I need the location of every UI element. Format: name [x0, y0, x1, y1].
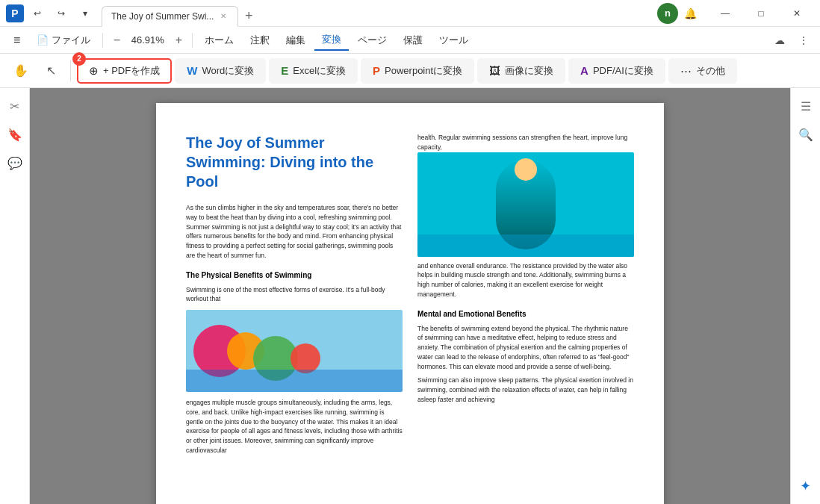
hamburger-menu[interactable]: ≡	[6, 31, 28, 50]
section1-cont: engages multiple muscle groups simultane…	[186, 398, 403, 455]
thumbnail-icon[interactable]: ✂	[3, 94, 27, 118]
image-convert-button[interactable]: 🖼 画像に変換	[477, 58, 565, 84]
convert-toolbar: 2 ⊕ + PDFを作成 W Wordに変換 E Excelに変換 P Powe…	[77, 58, 813, 84]
menu-edit[interactable]: 編集	[279, 31, 313, 50]
menu-convert[interactable]: 変換	[314, 30, 349, 51]
menu-home[interactable]: ホーム	[197, 31, 241, 50]
section1-title: The Physical Benefits of Swimming	[186, 270, 403, 281]
menu-separator-1	[102, 33, 103, 48]
maximize-button[interactable]: □	[744, 0, 778, 27]
comment-icon[interactable]: 💬	[3, 151, 27, 175]
pdf-ai-convert-button[interactable]: A PDF/AIに変換	[568, 58, 665, 84]
toolbar-separator	[70, 60, 71, 81]
hand-tool-button[interactable]: ✋	[7, 57, 34, 84]
pdf-left-column: The Joy of Summer Swimming: Diving into …	[186, 133, 403, 455]
other-convert-label: その他	[696, 64, 725, 78]
menu-bar: ≡ 📄 ファイル − 46.91% + ホーム 注釈 編集 変換 ページ 保護 …	[0, 27, 820, 54]
pdf-ai-convert-label: PDF/AIに変換	[593, 64, 653, 78]
more-options-icon[interactable]: ⋮	[793, 30, 814, 51]
search-icon[interactable]: 🔍	[794, 122, 818, 146]
zoom-value: 46.91%	[127, 34, 168, 46]
select-tool-button[interactable]: ↖	[37, 57, 64, 84]
dropdown-button[interactable]: ▾	[75, 5, 96, 22]
window-controls: — □ ✕	[708, 0, 814, 27]
create-pdf-icon: ⊕	[89, 64, 99, 78]
other-icon: ⋯	[680, 64, 692, 78]
properties-icon[interactable]: ☰	[794, 94, 818, 118]
swimmer-image	[417, 152, 634, 257]
tab-close-button[interactable]: ✕	[218, 11, 229, 21]
bookmark-icon[interactable]: 🔖	[3, 122, 27, 146]
image-icon: 🖼	[489, 64, 500, 77]
file-menu[interactable]: 📄 ファイル	[29, 31, 98, 50]
app-icon: P	[6, 4, 24, 22]
tab-title: The Joy of Summer Swi...	[111, 11, 214, 22]
right-sidebar: ☰ 🔍 ✦	[790, 88, 820, 504]
notification-icon[interactable]: 🔔	[680, 3, 701, 24]
redo-button[interactable]: ↪	[51, 5, 72, 22]
menu-protect[interactable]: 保護	[396, 31, 430, 50]
title-bar: P ↩ ↪ ▾ The Joy of Summer Swi... ✕ + n 🔔…	[0, 0, 820, 27]
toolbar: ✋ ↖ 2 ⊕ + PDFを作成 W Wordに変換 E Excelに変換 P …	[0, 54, 820, 88]
menu-annotate[interactable]: 注釈	[243, 31, 277, 50]
other-convert-button[interactable]: ⋯ その他	[668, 58, 737, 84]
active-tab[interactable]: The Joy of Summer Swi... ✕	[102, 6, 238, 27]
menu-separator-2	[192, 33, 193, 48]
minimize-button[interactable]: —	[708, 0, 742, 27]
ppt-icon: P	[373, 64, 380, 77]
zoom-out-button[interactable]: −	[108, 31, 125, 49]
title-bar-left: P ↩ ↪ ▾	[6, 4, 96, 22]
pdf-content: The Joy of Summer Swimming: Diving into …	[186, 133, 634, 455]
word-icon: W	[187, 64, 197, 77]
image-convert-label: 画像に変換	[505, 64, 553, 78]
file-icon: 📄	[37, 34, 49, 46]
word-convert-label: Wordに変換	[202, 64, 254, 78]
ppt-convert-label: Powerpointに変換	[385, 64, 462, 78]
content-area[interactable]: The Joy of Summer Swimming: Diving into …	[30, 88, 790, 504]
menu-right: ☁ ⋮	[769, 30, 814, 51]
tab-area: The Joy of Summer Swi... ✕ +	[102, 0, 651, 27]
user-avatar: n	[657, 3, 678, 24]
section2-body: The benefits of swimming extend beyond t…	[417, 324, 634, 372]
create-pdf-label: + PDFを作成	[103, 64, 160, 78]
pdf-intro: As the sun climbs higher in the sky and …	[186, 203, 403, 261]
section1-body: Swimming is one of the most effective fo…	[186, 285, 403, 305]
section2-body2: Swimming can also improve sleep patterns…	[417, 376, 634, 404]
main-area: ✂ 🔖 💬 The Joy of Summer Swimming: Diving…	[0, 88, 820, 504]
section1-right2: and enhance overall endurance. The resis…	[417, 261, 634, 299]
new-tab-button[interactable]: +	[238, 6, 259, 27]
create-pdf-wrapper: 2 ⊕ + PDFを作成	[77, 58, 172, 84]
pool-floats-image	[186, 310, 403, 392]
excel-convert-button[interactable]: E Excelに変換	[269, 58, 358, 84]
title-bar-right: n 🔔 — □ ✕	[657, 0, 814, 27]
zoom-area: − 46.91% +	[108, 31, 187, 49]
expand-panel-icon[interactable]: ✦	[794, 474, 818, 498]
zoom-in-button[interactable]: +	[170, 31, 187, 49]
pdf-title: The Joy of Summer Swimming: Diving into …	[186, 133, 403, 191]
word-convert-button[interactable]: W Wordに変換	[175, 58, 266, 84]
create-pdf-button[interactable]: ⊕ + PDFを作成	[77, 58, 172, 84]
excel-icon: E	[281, 64, 288, 77]
ppt-convert-button[interactable]: P Powerpointに変換	[361, 58, 474, 84]
section2-title: Mental and Emotional Benefits	[417, 308, 634, 320]
left-sidebar: ✂ 🔖 💬	[0, 88, 30, 504]
badge-2: 2	[72, 52, 86, 66]
excel-convert-label: Excelに変換	[293, 64, 346, 78]
section1-right: health. Regular swimming sessions can st…	[417, 133, 634, 152]
menu-page[interactable]: ページ	[350, 31, 394, 50]
pdf-page: The Joy of Summer Swimming: Diving into …	[156, 103, 664, 504]
pdf-right-column: health. Regular swimming sessions can st…	[417, 133, 634, 455]
undo-button[interactable]: ↩	[27, 5, 48, 22]
pdf-ai-icon: A	[580, 64, 588, 77]
close-button[interactable]: ✕	[780, 0, 814, 27]
cloud-icon[interactable]: ☁	[769, 30, 790, 51]
menu-tools[interactable]: ツール	[432, 31, 476, 50]
